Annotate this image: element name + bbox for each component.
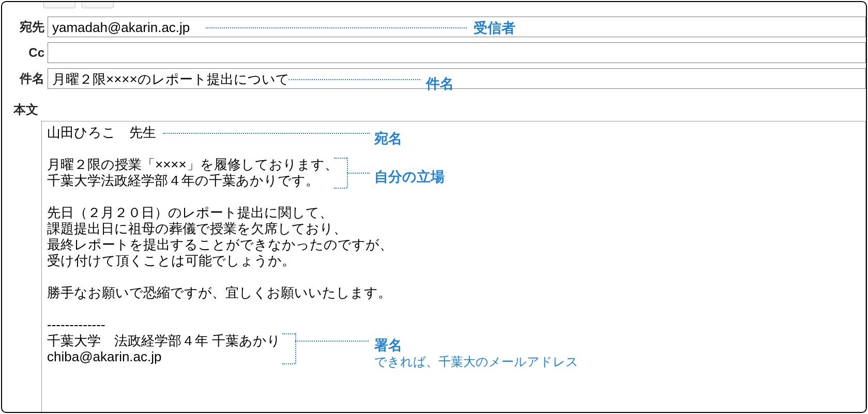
body-line-6: 先日（２月２０日）のレポート提出に関して、	[47, 205, 333, 220]
body-line-15: chiba@akarin.ac.jp	[47, 349, 162, 364]
field-to-value: yamadah@akarin.ac.jp	[52, 20, 190, 35]
row-cc: Cc	[2, 42, 866, 63]
annotation-recipient: 受信者	[474, 19, 515, 37]
body-line-1: 山田ひろこ 先生	[47, 125, 156, 140]
bracket-signature	[285, 333, 295, 363]
body-line-14: 千葉大学 法政経学部４年 千葉あかり	[47, 333, 281, 348]
field-subject-value: 月曜２限××××のレポート提出について	[52, 71, 290, 87]
annotation-signature-note: できれば、千葉大のメールアドレス	[374, 354, 578, 370]
field-subject[interactable]: 月曜２限××××のレポート提出について	[48, 68, 866, 89]
toolbar-button-2[interactable]	[82, 1, 114, 8]
annotation-signature: 署名	[374, 336, 402, 355]
body-line-7: 課題提出日に祖母の葬儀で授業を欠席しており、	[47, 221, 347, 236]
label-subject: 件名	[2, 70, 48, 87]
toolbar-cutoff	[43, 1, 114, 8]
body-line-4: 千葉大学法政経学部４年の千葉あかりです。	[47, 173, 319, 188]
field-to[interactable]: yamadah@akarin.ac.jp	[48, 17, 866, 37]
compose-frame: 宛先 yamadah@akarin.ac.jp 受信者 Cc 件名 月曜２限××…	[1, 1, 867, 413]
annotation-introduction: 自分の立場	[374, 167, 445, 186]
body-line-11: 勝手なお願いで恐縮ですが、宜しくお願いいたします。	[47, 285, 391, 300]
annotation-salutation: 宛名	[374, 129, 402, 148]
row-to: 宛先 yamadah@akarin.ac.jp	[2, 17, 866, 37]
leader-signature	[295, 341, 369, 342]
leader-recipient	[206, 27, 467, 28]
body-line-9: 受け付けて頂くことは可能でしょうか。	[47, 253, 295, 268]
leader-subject	[288, 79, 420, 80]
label-to: 宛先	[2, 19, 48, 35]
field-cc[interactable]	[48, 42, 866, 63]
label-cc: Cc	[2, 45, 48, 60]
annotation-subject: 件名	[426, 74, 454, 93]
toolbar-button-1[interactable]	[43, 1, 75, 8]
label-body: 本文	[13, 101, 866, 118]
body-line-8: 最終レポートを提出することができなかったのですが、	[47, 237, 393, 252]
bracket-introduction	[337, 158, 347, 188]
leader-salutation	[163, 133, 370, 134]
body-line-13: -------------	[47, 317, 105, 332]
body-line-3: 月曜２限の授業「××××」を履修しております、	[47, 157, 338, 172]
leader-introduction	[347, 173, 370, 174]
